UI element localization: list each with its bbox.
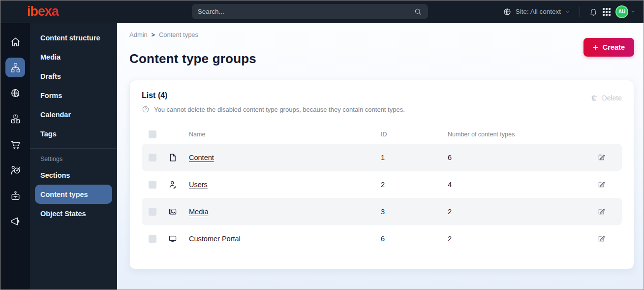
select-all-checkbox[interactable] — [149, 130, 156, 138]
site-icon[interactable] — [5, 83, 25, 103]
row-checkbox[interactable] — [149, 181, 156, 189]
personalization-icon[interactable] — [5, 160, 25, 180]
avatar[interactable]: AU — [615, 5, 628, 18]
group-id: 6 — [381, 235, 448, 243]
globe-icon — [503, 7, 512, 16]
group-count: 4 — [448, 181, 595, 189]
topbar-right: Site: All context AU — [503, 5, 644, 18]
edit-icon[interactable] — [595, 151, 615, 163]
sidebar-item-content-structure[interactable]: Content structure — [30, 28, 117, 47]
delete-button-label: Delete — [602, 94, 622, 102]
table-row: Media 3 2 — [142, 198, 622, 225]
icon-rail — [0, 23, 30, 290]
row-checkbox[interactable] — [149, 235, 156, 243]
row-checkbox[interactable] — [149, 154, 156, 161]
main-content: Admin > Content types Content type group… — [117, 23, 644, 290]
sidebar-item-tags[interactable]: Tags — [30, 124, 117, 143]
group-link[interactable]: Users — [189, 181, 381, 189]
menu-divider — [30, 148, 117, 149]
card-hint-text: You cannot delete the disabled content t… — [154, 106, 405, 113]
delete-button[interactable]: Delete — [590, 94, 622, 102]
sidebar-item-object-states[interactable]: Object States — [30, 204, 117, 223]
table-row: Customer Portal 6 2 — [142, 225, 622, 252]
app-window: ibexa Site: All context — [0, 0, 644, 290]
breadcrumb-admin[interactable]: Admin — [129, 31, 148, 38]
page-title: Content type groups — [129, 51, 256, 66]
group-count: 6 — [448, 154, 595, 161]
card-header-left: List (4) You cannot delete the disabled … — [142, 91, 405, 113]
breadcrumb-separator: > — [152, 32, 155, 38]
topbar-divider — [580, 6, 580, 17]
breadcrumb-content-types: Content types — [159, 31, 198, 38]
table-row: Users 2 4 — [142, 171, 622, 198]
user-menu[interactable]: AU — [615, 5, 636, 18]
sidebar-item-media[interactable]: Media — [30, 47, 117, 66]
global-search[interactable] — [192, 4, 428, 19]
edit-icon[interactable] — [595, 232, 615, 245]
search-icon[interactable] — [414, 7, 422, 16]
chevron-down-icon — [565, 9, 571, 15]
column-header-id: ID — [381, 131, 448, 138]
menu-section-settings: Settings — [30, 152, 117, 165]
user-icon — [168, 180, 189, 189]
group-id: 1 — [381, 154, 448, 161]
create-button[interactable]: + Create — [583, 38, 634, 57]
group-id: 2 — [381, 181, 448, 189]
file-icon — [168, 153, 189, 162]
site-context-label: Site: All context — [516, 8, 561, 15]
content-structure-icon[interactable] — [5, 58, 25, 77]
logo-container: ibexa — [0, 5, 117, 18]
chevron-down-icon — [630, 9, 636, 14]
breadcrumb: Admin > Content types — [129, 31, 256, 38]
group-count: 2 — [448, 208, 595, 216]
group-id: 3 — [381, 208, 448, 216]
group-link[interactable]: Content — [189, 154, 381, 161]
edit-icon[interactable] — [595, 205, 615, 218]
image-icon — [168, 207, 189, 216]
sidebar-item-content-types[interactable]: Content types — [35, 185, 112, 204]
topbar-center — [117, 4, 503, 19]
card-hint: You cannot delete the disabled content t… — [142, 105, 405, 113]
table-row: Content 1 6 — [142, 144, 622, 171]
admin-badge-icon[interactable] — [5, 186, 25, 205]
plus-icon: + — [593, 43, 598, 52]
create-button-label: Create — [603, 43, 625, 51]
search-input[interactable] — [198, 8, 414, 15]
notifications-bell-icon[interactable] — [589, 7, 598, 16]
content-type-groups-card: List (4) You cannot delete the disabled … — [129, 80, 634, 269]
products-icon[interactable] — [5, 109, 25, 129]
sidebar-item-calendar[interactable]: Calendar — [30, 105, 117, 124]
sidebar-item-forms[interactable]: Forms — [30, 86, 117, 105]
group-count: 2 — [448, 235, 595, 243]
content-type-groups-table: Name ID Number of content types Content … — [142, 125, 622, 252]
column-header-count: Number of content types — [448, 131, 595, 138]
sidebar-item-drafts[interactable]: Drafts — [30, 66, 117, 86]
app-switcher-grid-icon[interactable] — [603, 8, 611, 16]
group-link[interactable]: Media — [189, 208, 381, 216]
commerce-cart-icon[interactable] — [5, 134, 25, 154]
campaigns-megaphone-icon[interactable] — [5, 211, 25, 231]
table-header-row: Name ID Number of content types — [142, 125, 622, 144]
edit-icon[interactable] — [595, 178, 615, 191]
page-heading-block: Admin > Content types Content type group… — [129, 31, 256, 66]
monitor-icon — [168, 234, 189, 243]
question-circle-icon — [142, 105, 150, 113]
sidebar-item-sections[interactable]: Sections — [30, 165, 117, 185]
group-link[interactable]: Customer Portal — [189, 235, 381, 243]
sidebar-menu: Content structure Media Drafts Forms Cal… — [30, 23, 117, 290]
ibexa-logo[interactable]: ibexa — [27, 5, 117, 18]
topbar: ibexa Site: All context — [0, 0, 644, 23]
trash-icon — [590, 94, 598, 102]
list-count-title: List (4) — [142, 91, 405, 100]
column-header-name: Name — [189, 131, 381, 138]
row-checkbox[interactable] — [149, 208, 156, 216]
home-icon[interactable] — [5, 32, 25, 52]
site-context-selector[interactable]: Site: All context — [503, 7, 571, 16]
